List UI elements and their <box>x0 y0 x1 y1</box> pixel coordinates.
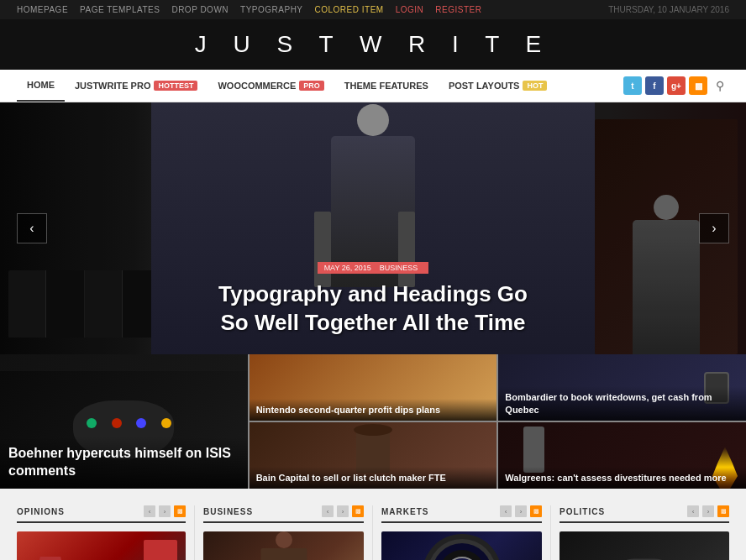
section-business: BUSINESS ‹ › ▩ MAY 30, 2015 JOHNDOE Army… <box>195 505 373 560</box>
nav-badge-pro: PRO <box>299 81 324 91</box>
article-business[interactable]: MAY 30, 2015 JOHNDOE Army captain tackle… <box>203 531 364 560</box>
news-title-nintendo: Nintendo second-quarter profit dips plan… <box>256 404 491 416</box>
main-nav-links: HOME JUSTWRITE PRO HOTTEST WOOCOMMERCE P… <box>17 70 623 102</box>
news-item-nintendo[interactable]: Nintendo second-quarter profit dips plan… <box>250 354 497 421</box>
nav-label-justwrite: JUSTWRITE PRO <box>75 81 150 91</box>
news-item-bain[interactable]: Bain Capital to sell or list clutch make… <box>250 422 497 489</box>
section-prev-politics[interactable]: ‹ <box>687 505 699 517</box>
section-rss-politics[interactable]: ▩ <box>717 505 729 517</box>
slider-prev-button[interactable]: ‹ <box>17 213 47 243</box>
social-google-button[interactable]: g+ <box>667 76 686 95</box>
section-rss-markets[interactable]: ▩ <box>530 505 542 517</box>
section-next-politics[interactable]: › <box>702 505 714 517</box>
section-next-markets[interactable]: › <box>515 505 527 517</box>
nav-item-home[interactable]: HOME <box>17 70 65 102</box>
topbar-link-colored[interactable]: COLORED ITEM <box>315 5 384 14</box>
social-rss-button[interactable]: ▩ <box>689 76 707 95</box>
section-header-markets: MARKETS ‹ › ▩ <box>381 505 542 523</box>
topbar-link-register[interactable]: REGISTER <box>435 5 481 14</box>
section-opinions: OPINIONS ‹ › ▩ APR 11, 2013 JOHNDOE Deat… <box>17 505 195 560</box>
nav-label-post-layouts: POST LAYOUTS <box>449 81 520 91</box>
nav-right: t f g+ ▩ ⚲ <box>623 76 729 95</box>
article-opinions[interactable]: APR 11, 2013 JOHNDOE Death and guns in t… <box>17 531 186 560</box>
nav-item-justwrite[interactable]: JUSTWRITE PRO HOTTEST <box>65 71 208 101</box>
hero-caption: MAY 26, 2015 BUSINESS Typography and Hea… <box>184 242 562 354</box>
search-button[interactable]: ⚲ <box>711 79 729 92</box>
news-item-bombardier[interactable]: Bombardier to book writedowns, get cash … <box>498 354 746 421</box>
news-title-walgreens: Walgreens: can't assess divestitures nee… <box>505 472 739 484</box>
section-title-business: BUSINESS <box>203 507 253 516</box>
article-img-markets: SEP 06, 2015 JOHNDOE <box>381 531 542 560</box>
hero-date-badge: MAY 26, 2015 BUSINESS <box>318 262 429 274</box>
article-markets[interactable]: SEP 06, 2015 JOHNDOE Donald Trump vs. th… <box>381 531 542 560</box>
section-header-business: BUSINESS ‹ › ▩ <box>203 505 364 523</box>
news-title-bombardier: Bombardier to book writedowns, get cash … <box>505 391 739 416</box>
news-item-boehner[interactable]: Boehner hypercuts himself on ISIS commen… <box>0 354 248 489</box>
article-img-politics: OCT 29, 2015 JOHNDOE <box>560 531 729 560</box>
section-rss-opinions[interactable]: ▩ <box>174 505 186 517</box>
section-next-opinions[interactable]: › <box>159 505 171 517</box>
topbar-date: THURSDAY, 10 JANUARY 2016 <box>608 5 729 14</box>
section-prev-opinions[interactable]: ‹ <box>144 505 155 517</box>
hero-title: Typography and Headings Go So Well Toget… <box>209 280 537 338</box>
site-header: J U S T W R I T E <box>0 19 746 70</box>
top-bar: HOMEPAGE PAGE TEMPLATES DROP DOWN TYPOGR… <box>0 0 746 19</box>
social-twitter-button[interactable]: t <box>623 76 642 95</box>
section-header-opinions: OPINIONS ‹ › ▩ <box>17 505 186 523</box>
nav-badge-hot2: HOT <box>523 81 547 91</box>
main-nav: HOME JUSTWRITE PRO HOTTEST WOOCOMMERCE P… <box>0 70 746 102</box>
section-prev-business[interactable]: ‹ <box>322 505 334 517</box>
section-politics: POLITICS ‹ › ▩ OCT 29, 2015 JOHNDOE Boeh… <box>551 505 729 560</box>
nav-label-theme-features: THEME FEATURES <box>344 81 428 91</box>
section-title-opinions: OPINIONS <box>17 507 65 516</box>
news-item-walgreens[interactable]: Walgreens: can't assess divestitures nee… <box>498 422 746 489</box>
nav-item-theme-features[interactable]: THEME FEATURES <box>334 71 439 101</box>
article-politics[interactable]: OCT 29, 2015 JOHNDOE Boehner hypercuts h… <box>560 531 729 560</box>
sections-row: OPINIONS ‹ › ▩ APR 11, 2013 JOHNDOE Deat… <box>0 489 746 560</box>
article-img-business: MAY 30, 2015 JOHNDOE <box>203 531 364 560</box>
article-img-opinions: APR 11, 2013 JOHNDOE <box>17 531 186 560</box>
top-bar-nav: HOMEPAGE PAGE TEMPLATES DROP DOWN TYPOGR… <box>17 5 481 14</box>
section-title-politics: POLITICS <box>560 507 605 516</box>
topbar-link-page-templates[interactable]: PAGE TEMPLATES <box>80 5 160 14</box>
social-facebook-button[interactable]: f <box>645 76 664 95</box>
section-controls-markets: ‹ › ▩ <box>500 505 542 517</box>
section-markets: MARKETS ‹ › ▩ SEP 06, 2015 JOHNDOE Donal… <box>373 505 551 560</box>
news-title-bain: Bain Capital to sell or list clutch make… <box>256 472 491 484</box>
hero-slider: MAY 26, 2015 BUSINESS Typography and Hea… <box>0 102 746 354</box>
section-next-business[interactable]: › <box>337 505 349 517</box>
nav-label-home: HOME <box>27 80 55 90</box>
site-title: J U S T W R I T E <box>0 31 746 58</box>
section-controls-opinions: ‹ › ▩ <box>144 505 186 517</box>
section-header-politics: POLITICS ‹ › ▩ <box>560 505 729 523</box>
topbar-link-typography[interactable]: TYPOGRAPHY <box>240 5 302 14</box>
section-title-markets: MARKETS <box>381 507 428 516</box>
topbar-link-homepage[interactable]: HOMEPAGE <box>17 5 68 14</box>
nav-item-woocommerce[interactable]: WOOCOMMERCE PRO <box>208 71 334 101</box>
section-controls-politics: ‹ › ▩ <box>687 505 729 517</box>
nav-item-post-layouts[interactable]: POST LAYOUTS HOT <box>439 71 558 101</box>
news-grid: Boehner hypercuts himself on ISIS commen… <box>0 354 746 489</box>
section-controls-business: ‹ › ▩ <box>322 505 364 517</box>
section-prev-markets[interactable]: ‹ <box>500 505 512 517</box>
slider-next-button[interactable]: › <box>699 213 729 243</box>
topbar-link-login[interactable]: LOGIN <box>396 5 424 14</box>
section-rss-business[interactable]: ▩ <box>352 505 364 517</box>
news-title-boehner: Boehner hypercuts himself on ISIS commen… <box>8 445 239 480</box>
topbar-link-dropdown[interactable]: DROP DOWN <box>171 5 229 14</box>
nav-badge-hot: HOTTEST <box>154 81 197 91</box>
nav-label-woocommerce: WOOCOMMERCE <box>218 81 296 91</box>
